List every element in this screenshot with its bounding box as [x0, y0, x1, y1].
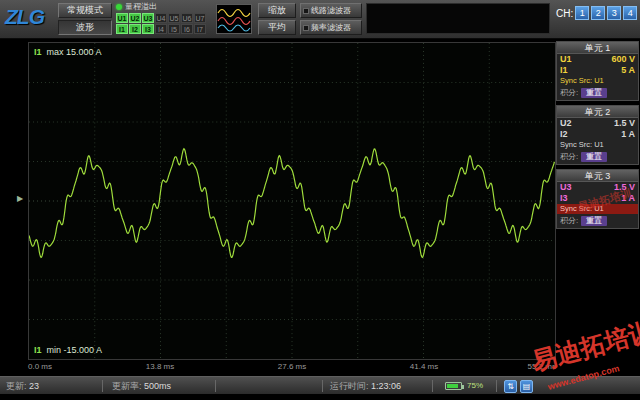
message-display-box — [366, 3, 550, 34]
unit-panel-1[interactable]: 单元 1U1600 VI15 ASync Src: U1积分:重置 — [556, 41, 639, 101]
overflow-led-icon — [116, 4, 122, 10]
runtime-value: 1:23:06 — [371, 381, 401, 391]
range-row: U1600 V — [557, 54, 638, 65]
mode-tabs: 常规模式 波形 — [58, 3, 112, 37]
statusbar-separator — [432, 380, 433, 392]
u-channel-indicators: U1U2U3U4U5U6U7 — [116, 13, 207, 23]
update-label: 更新: — [6, 381, 27, 391]
integration-reset-chip: 重置 — [581, 152, 607, 162]
filter-stack: 线路滤波器 频率滤波器 — [300, 3, 362, 37]
unit-title: 单元 2 — [557, 106, 638, 118]
range-row: U31.5 V — [557, 182, 638, 193]
integration-reset-chip: 重置 — [581, 216, 607, 226]
min-value-label: I1 min -15.000 A — [34, 345, 102, 355]
channel-indicator-i4: I4 — [155, 24, 167, 34]
usb-icon: ⇅ — [504, 380, 517, 393]
ch-buttons: 1234 — [575, 6, 637, 20]
channel-select-area: CH: 1234 — [556, 6, 637, 20]
zoom-average-stack: 缩放 平均 — [258, 3, 296, 37]
sync-source: Sync Src: U1 — [557, 76, 638, 86]
unit-title: 单元 3 — [557, 170, 638, 182]
network-icon: ▤ — [520, 380, 533, 393]
overflow-label: 量程溢出 — [125, 1, 157, 12]
ch-button-1[interactable]: 1 — [575, 6, 589, 20]
x-axis-tick: 13.8 ms — [146, 362, 174, 371]
channel-indicator-i6: I6 — [181, 24, 193, 34]
freq-filter-button[interactable]: 频率滤波器 — [300, 20, 362, 35]
x-axis-tick: 0.0 ms — [28, 362, 52, 371]
line-filter-label: 线路滤波器 — [311, 5, 351, 16]
line-filter-button[interactable]: 线路滤波器 — [300, 3, 362, 18]
unit-panel-2[interactable]: 单元 2U21.5 VI21 ASync Src: U1积分:重置 — [556, 105, 639, 165]
x-axis-tick: 55.2 ms — [528, 362, 556, 371]
channel-tag: I1 — [34, 345, 42, 355]
average-button-label: 平均 — [268, 21, 286, 34]
battery-icon — [445, 382, 462, 390]
runtime-label: 运行时间: — [330, 381, 369, 391]
channel-tag: I1 — [34, 47, 42, 57]
ch-label: CH: — [556, 8, 573, 19]
tab-waveform[interactable]: 波形 — [58, 20, 112, 35]
ch-button-4[interactable]: 4 — [623, 6, 637, 20]
x-axis-tick: 41.4 ms — [410, 362, 438, 371]
sync-source: Sync Src: U1 — [557, 204, 638, 214]
runtime-display: 运行时间: 1:23:06 — [330, 377, 401, 395]
status-bar: 更新: 23 更新率: 500ms 运行时间: 1:23:06 75% ⇅ ▤ — [0, 376, 640, 394]
channel-indicator-i3: I3 — [142, 24, 154, 34]
average-button[interactable]: 平均 — [258, 20, 296, 35]
x-axis-tick: 27.6 ms — [278, 362, 306, 371]
waveform-plot: I1 max 15.000 A I1 min -15.000 A — [28, 42, 556, 360]
time-axis: 0.0 ms13.8 ms27.6 ms41.4 ms55.2 ms — [28, 362, 556, 374]
channel-indicator-u3: U3 — [142, 13, 154, 23]
i-channel-indicators: I1I2I3I4I5I6I7 — [116, 24, 207, 34]
rate-label: 更新率: — [112, 381, 142, 391]
range-row: I31 A — [557, 193, 638, 204]
statusbar-separator — [496, 380, 497, 392]
integration-row: 积分:重置 — [557, 214, 638, 228]
rate-value: 500ms — [144, 381, 171, 391]
power-analyzer-screen: ZLG 常规模式 波形 量程溢出 U1U2U3U4U5U6U7 I1I2I3I4… — [0, 0, 640, 400]
range-row: I15 A — [557, 65, 638, 76]
freq-filter-label: 频率滤波器 — [311, 22, 351, 33]
line-filter-checkbox-icon — [303, 8, 309, 14]
integration-label: 积分: — [560, 151, 578, 162]
range-row: U21.5 V — [557, 118, 638, 129]
statusbar-separator — [215, 380, 216, 392]
channel-indicator-u1: U1 — [116, 13, 128, 23]
channel-indicator-u6: U6 — [181, 13, 193, 23]
range-overflow-panel: 量程溢出 U1U2U3U4U5U6U7 I1I2I3I4I5I6I7 — [116, 1, 207, 34]
range-row: I21 A — [557, 129, 638, 140]
waveform-preview-icon[interactable] — [216, 4, 252, 34]
statusbar-separator — [322, 380, 323, 392]
freq-filter-checkbox-icon — [303, 25, 309, 31]
min-value-text: min -15.000 A — [47, 345, 103, 355]
update-value: 23 — [29, 381, 39, 391]
unit-sidebar: 单元 1U1600 VI15 ASync Src: U1积分:重置单元 2U21… — [556, 41, 639, 233]
mini-waveform-icon — [217, 5, 251, 33]
waveform-canvas — [29, 43, 555, 359]
range-overflow-header: 量程溢出 — [116, 1, 207, 12]
integration-row: 积分:重置 — [557, 150, 638, 164]
top-toolbar: ZLG 常规模式 波形 量程溢出 U1U2U3U4U5U6U7 I1I2I3I4… — [0, 0, 640, 39]
battery-percent: 75% — [467, 377, 483, 395]
integration-label: 积分: — [560, 215, 578, 226]
unit-panel-3[interactable]: 单元 3U31.5 VI31 ASync Src: U1积分:重置 — [556, 169, 639, 229]
ch-button-2[interactable]: 2 — [591, 6, 605, 20]
tab-normal-mode[interactable]: 常规模式 — [58, 3, 112, 18]
sync-source: Sync Src: U1 — [557, 140, 638, 150]
zero-level-marker[interactable]: ▶ — [17, 194, 23, 203]
integration-reset-chip: 重置 — [581, 88, 607, 98]
zlg-logo: ZLG — [5, 5, 44, 29]
update-rate: 更新率: 500ms — [112, 377, 171, 395]
integration-label: 积分: — [560, 87, 578, 98]
channel-indicator-u4: U4 — [155, 13, 167, 23]
max-value-text: max 15.000 A — [47, 47, 102, 57]
zoom-button[interactable]: 缩放 — [258, 3, 296, 18]
channel-indicator-i1: I1 — [116, 24, 128, 34]
zoom-button-label: 缩放 — [268, 4, 286, 17]
max-value-label: I1 max 15.000 A — [34, 47, 102, 57]
statusbar-separator — [102, 380, 103, 392]
ch-button-3[interactable]: 3 — [607, 6, 621, 20]
integration-row: 积分:重置 — [557, 86, 638, 100]
channel-indicator-i5: I5 — [168, 24, 180, 34]
